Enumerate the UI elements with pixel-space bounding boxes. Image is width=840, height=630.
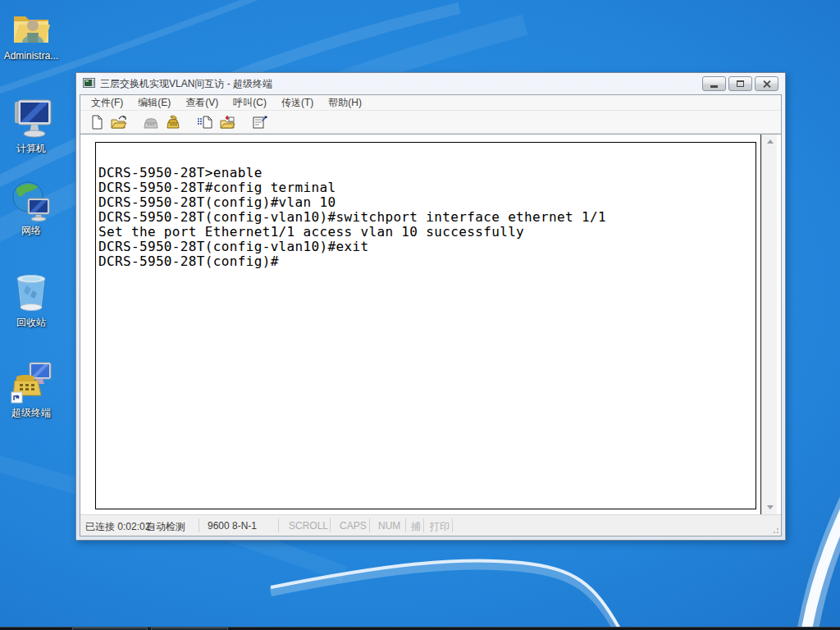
terminal-line: DCRS-5950-28T(config-vlan10)#exit	[98, 240, 756, 254]
call-phone-icon	[143, 115, 159, 130]
vertical-scrollbar[interactable]	[761, 135, 777, 514]
terminal-line: DCRS-5950-28T(config-vlan10)#switchport …	[98, 210, 756, 225]
menu-file[interactable]: 文件(F)	[84, 95, 130, 110]
window-icon	[83, 78, 95, 89]
status-connection: 已连接 0:02:02	[85, 520, 150, 534]
desktop-icon-label: 网络	[0, 224, 62, 238]
status-caps: CAPS	[340, 520, 367, 532]
menu-bar: 文件(F) 编辑(E) 查看(V) 呼叫(C) 传送(T) 帮助(H)	[80, 95, 781, 111]
close-button[interactable]	[755, 76, 778, 91]
send-file-icon	[197, 115, 213, 130]
properties-button[interactable]	[249, 113, 268, 131]
close-icon	[763, 80, 771, 88]
desktop-icon-computer[interactable]: 计算机	[0, 98, 62, 156]
toolbar	[80, 111, 781, 134]
desktop-icon-label: 回收站	[0, 316, 62, 330]
new-document-icon	[89, 115, 104, 130]
terminal-line: DCRS-5950-28T#config terminal	[98, 180, 756, 195]
menu-transfer[interactable]: 传送(T)	[274, 95, 321, 110]
terminal-client-area: DCRS-5950-28T>enable DCRS-5950-28T#confi…	[80, 134, 781, 514]
terminal-line: Set the port Ethernet1/1 access vlan 10 …	[98, 225, 756, 240]
minimize-button[interactable]	[702, 76, 726, 91]
status-baud-rate: 9600 8-N-1	[208, 520, 257, 532]
scroll-up-button[interactable]	[762, 135, 778, 148]
menu-help[interactable]: 帮助(H)	[321, 95, 369, 110]
terminal-screen[interactable]: DCRS-5950-28T>enable DCRS-5950-28T#confi…	[95, 142, 756, 509]
terminal-line: DCRS-5950-28T(config)#	[98, 254, 756, 269]
status-autodetect: 自动检测	[146, 520, 185, 534]
terminal-line: DCRS-5950-28T>enable	[98, 166, 756, 180]
receive-button[interactable]	[217, 113, 236, 131]
resize-grip[interactable]	[770, 525, 778, 533]
maximize-button[interactable]	[728, 76, 752, 91]
status-separator	[369, 518, 370, 532]
status-separator	[278, 518, 279, 532]
open-button[interactable]	[109, 113, 128, 131]
arrow-up-icon	[767, 139, 774, 144]
receive-folder-icon	[219, 115, 235, 130]
network-icon	[10, 179, 52, 221]
status-separator	[405, 518, 406, 532]
arrow-down-icon	[767, 505, 774, 509]
status-print-echo: 打印	[430, 520, 450, 534]
maximize-icon	[737, 80, 744, 87]
menu-call[interactable]: 呼叫(C)	[226, 95, 274, 110]
new-document-button[interactable]	[87, 113, 106, 131]
taskbar[interactable]	[0, 627, 840, 630]
desktop-icon-label: Administra...	[0, 50, 62, 62]
call-button[interactable]	[141, 113, 160, 131]
recycle-bin-icon	[11, 271, 51, 313]
hyperterminal-icon	[10, 359, 52, 404]
status-separator	[452, 518, 453, 532]
desktop-icon-recycle-bin[interactable]: 回收站	[0, 271, 62, 330]
minimize-icon	[710, 85, 718, 88]
hyperterminal-window: 三层交换机实现VLAN间互访 - 超级终端 文件(F) 编辑(E) 查看(V) …	[75, 72, 786, 541]
computer-icon	[10, 98, 52, 139]
user-folder-icon	[11, 7, 52, 48]
disconnect-button[interactable]	[163, 113, 182, 131]
status-separator	[199, 518, 199, 532]
status-num: NUM	[378, 520, 400, 532]
terminal-line: DCRS-5950-28T(config)#vlan 10	[98, 195, 756, 210]
status-separator	[330, 518, 331, 532]
desktop-icon-label: 超级终端	[0, 406, 62, 420]
status-separator	[423, 518, 424, 532]
menu-edit[interactable]: 编辑(E)	[130, 95, 178, 110]
desktop-icon-user-folder[interactable]: Administra...	[0, 7, 62, 62]
status-capture: 捕	[411, 520, 421, 534]
desktop-icon-hyperterminal[interactable]: 超级终端	[0, 359, 62, 420]
desktop-icon-label: 计算机	[0, 142, 62, 156]
desktop-icon-network[interactable]: 网络	[0, 179, 62, 238]
window-title: 三层交换机实现VLAN间互访 - 超级终端	[100, 77, 702, 91]
properties-icon	[251, 115, 267, 130]
send-button[interactable]	[195, 113, 214, 131]
scroll-down-button[interactable]	[762, 500, 778, 514]
menu-view[interactable]: 查看(V)	[178, 95, 226, 110]
open-folder-icon	[111, 115, 127, 130]
status-bar: 已连接 0:02:02 自动检测 9600 8-N-1 SCROLL CAPS …	[80, 514, 781, 536]
status-scroll: SCROLL	[289, 520, 328, 532]
title-bar[interactable]: 三层交换机实现VLAN间互访 - 超级终端	[76, 73, 785, 94]
disconnect-phone-icon	[165, 115, 181, 130]
